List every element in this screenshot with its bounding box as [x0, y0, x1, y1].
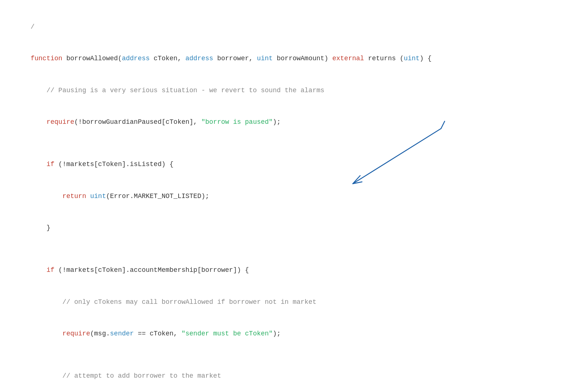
line-close1: } — [15, 212, 573, 244]
line-comment2: // only cTokens may call borrowAllowed i… — [15, 286, 573, 318]
line-return1: return uint(Error.MARKET_NOT_LISTED); — [15, 180, 573, 212]
line-blank1 — [15, 138, 573, 149]
line-if1: if (!markets[cToken].isListed) { — [15, 148, 573, 180]
line-slash: / — [15, 11, 573, 43]
line-blank2 — [15, 244, 573, 255]
line-if2: if (!markets[cToken].accountMembership[b… — [15, 254, 573, 286]
line-require2: require(msg.sender == cToken, "sender mu… — [15, 318, 573, 349]
line-comment3: // attempt to add borrower to the market — [15, 360, 573, 392]
line-comment1: // Pausing is a very serious situation -… — [15, 75, 573, 106]
line-blank3 — [15, 350, 573, 360]
line-require1: require(!borrowGuardianPaused[cToken], "… — [15, 106, 573, 138]
line-func-decl: function borrowAllowed(address cToken, a… — [15, 43, 573, 74]
code-container: / function borrowAllowed(address cToken,… — [15, 7, 573, 392]
